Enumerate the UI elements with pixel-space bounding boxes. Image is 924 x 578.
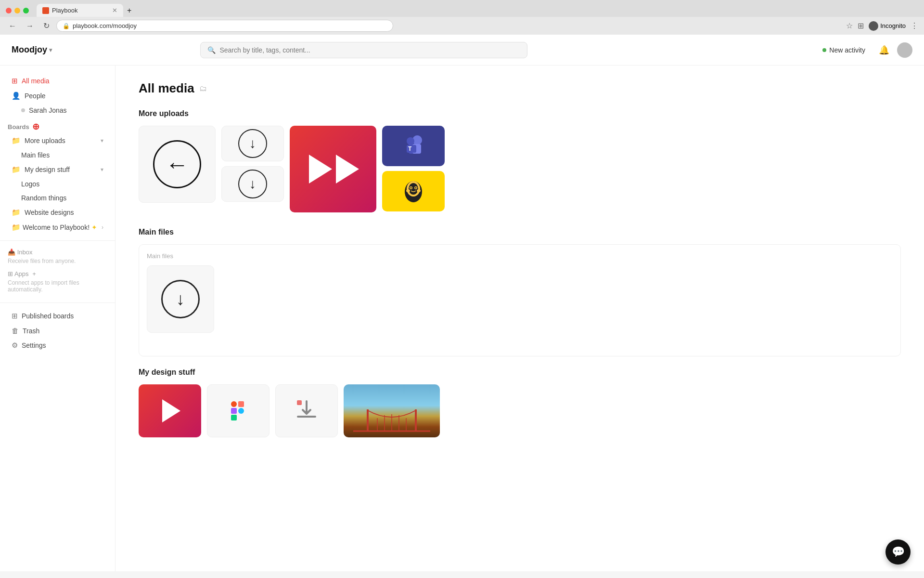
sidebar-item-published-boards[interactable]: ⊞ Published boards (4, 309, 111, 323)
media-card-play[interactable] (290, 126, 376, 212)
sidebar: ⊞ All media 👤 People Sarah Jonas Boards … (0, 66, 116, 571)
logo-text: Moodjoy (12, 45, 47, 55)
my-design-stuff-section-label: My design stuff (139, 368, 901, 377)
browser-dots (6, 8, 29, 13)
extensions-icon[interactable]: ⊞ (858, 21, 864, 30)
add-board-button[interactable]: ⊕ (32, 122, 39, 131)
tab-close-button[interactable]: ✕ (112, 7, 117, 14)
apps-label: Apps (14, 270, 29, 277)
sidebar-item-sarah[interactable]: Sarah Jonas (4, 104, 111, 117)
svg-rect-21 (297, 416, 316, 418)
collapse-design-icon[interactable]: ▾ (101, 166, 103, 173)
notifications-button[interactable]: 🔔 (879, 45, 889, 55)
menu-icon[interactable]: ⋮ (911, 21, 918, 30)
search-icon: 🔍 (207, 46, 216, 54)
welcome-folder-icon: 📁 (12, 223, 21, 232)
search-input[interactable] (219, 46, 520, 54)
inbox-icon: 📥 (8, 249, 15, 256)
page-title-text: All media (139, 81, 194, 96)
sidebar-item-all-media[interactable]: ⊞ All media (4, 74, 111, 88)
published-icon: ⊞ (12, 312, 18, 320)
add-apps-icon[interactable]: + (32, 270, 36, 277)
sidebar-apps[interactable]: ⊞ Apps + (0, 268, 115, 278)
golden-gate-image (344, 384, 440, 437)
address-bar[interactable]: 🔒 playbook.com/moodjoy (56, 20, 393, 32)
media-card-download-2[interactable] (221, 166, 284, 202)
sidebar-label-sarah: Sarah Jonas (29, 106, 67, 114)
sidebar-label-website-designs: Website designs (25, 209, 74, 216)
page-title: All media 🗂 (139, 81, 901, 96)
teams-mailchimp-stack: T (382, 126, 445, 212)
chat-fab-button[interactable]: 💬 (886, 539, 911, 565)
sidebar-item-website-designs[interactable]: 📁 Website designs (4, 205, 111, 220)
sidebar-inbox[interactable]: 📥 Inbox (0, 247, 115, 257)
inbox-label: Inbox (17, 249, 33, 256)
sidebar-label-more-uploads: More uploads (25, 137, 65, 144)
media-card-main-download[interactable] (147, 265, 214, 333)
media-card-design-play[interactable] (139, 384, 201, 437)
media-card-design-download[interactable] (275, 384, 338, 437)
sidebar-item-settings[interactable]: ⚙ Settings (4, 338, 111, 353)
new-tab-button[interactable]: + (127, 6, 131, 15)
forward-button[interactable]: → (23, 21, 37, 31)
teams-icon: T (399, 131, 428, 160)
browser-addressbar: ← → ↻ 🔒 playbook.com/moodjoy ☆ ⊞ Incogni… (0, 17, 924, 35)
app-logo[interactable]: Moodjoy ▾ (12, 45, 52, 55)
website-folder-icon: 📁 (12, 208, 21, 217)
logo-chevron-icon: ▾ (49, 47, 52, 53)
incognito-label: Incognito (880, 22, 906, 29)
reload-button[interactable]: ↻ (40, 20, 52, 31)
browser-tab[interactable]: Playbook ✕ (37, 4, 123, 17)
content-area: All media 🗂 More uploads (116, 66, 924, 571)
avatar[interactable] (897, 42, 912, 58)
play-triangle-1 (309, 155, 332, 184)
media-card-download-1[interactable] (221, 126, 284, 161)
sidebar-item-more-uploads[interactable]: 📁 More uploads ▾ (4, 133, 111, 148)
trash-icon: 🗑 (12, 327, 19, 335)
collapse-icon[interactable]: ▾ (101, 137, 103, 144)
bookmark-icon[interactable]: ☆ (846, 21, 853, 30)
svg-rect-19 (231, 415, 237, 420)
main-files-section-label: Main files (139, 228, 901, 236)
people-icon: 👤 (12, 92, 21, 100)
main-files-grid (147, 265, 893, 333)
search-bar[interactable]: 🔍 (200, 42, 527, 58)
design-play-icon (162, 399, 180, 422)
sidebar-item-people[interactable]: 👤 People (4, 89, 111, 103)
mailchimp-icon (400, 178, 427, 205)
media-card-figma[interactable] (207, 384, 270, 437)
main-files-subsection: Main files (139, 244, 901, 356)
main-layout: ⊞ All media 👤 People Sarah Jonas Boards … (0, 66, 924, 571)
incognito-button[interactable]: Incognito (869, 21, 906, 31)
minimize-dot[interactable] (14, 8, 20, 13)
download-icon-2 (238, 170, 267, 198)
sidebar-item-random-things[interactable]: Random things (4, 191, 111, 205)
media-card-photo[interactable] (344, 384, 440, 437)
back-button[interactable]: ← (6, 21, 19, 31)
boards-label: Boards (8, 123, 29, 131)
svg-point-14 (406, 189, 410, 192)
sidebar-item-main-files[interactable]: Main files (4, 148, 111, 162)
grid-icon: ⊞ (12, 77, 18, 85)
close-dot[interactable] (6, 8, 12, 13)
new-activity-button[interactable]: New activity (817, 43, 871, 57)
sidebar-label-random-things: Random things (21, 194, 66, 202)
svg-rect-18 (231, 408, 237, 414)
media-card-left-arrow[interactable] (139, 126, 216, 203)
maximize-dot[interactable] (23, 8, 29, 13)
lock-icon: 🔒 (63, 23, 70, 29)
svg-point-15 (417, 189, 421, 192)
media-card-mailchimp[interactable] (382, 171, 445, 211)
sidebar-item-welcome[interactable]: 📁 Welcome to Playbook! ✦ › (4, 220, 111, 235)
sidebar-item-logos[interactable]: Logos (4, 177, 111, 191)
sidebar-item-my-design-stuff[interactable]: 📁 My design stuff ▾ (4, 162, 111, 177)
sidebar-item-trash[interactable]: 🗑 Trash (4, 324, 111, 338)
edit-title-icon[interactable]: 🗂 (199, 84, 207, 93)
download-cards-stack (221, 126, 284, 212)
sidebar-label-welcome: Welcome to Playbook! (23, 223, 90, 231)
boards-section: Boards ⊕ (0, 118, 115, 133)
media-card-teams[interactable]: T (382, 126, 445, 166)
svg-point-4 (407, 137, 414, 145)
more-uploads-grid: T (139, 126, 901, 212)
tab-favicon (42, 7, 49, 14)
